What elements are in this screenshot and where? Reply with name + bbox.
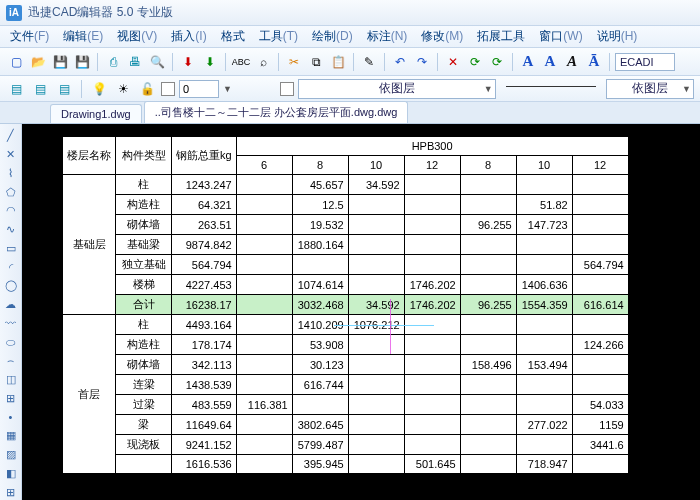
regen-icon[interactable]: ⟳ — [487, 52, 507, 72]
linetype-select[interactable]: 依图层▼ — [606, 79, 694, 99]
data-cell — [348, 415, 404, 435]
save-icon[interactable]: 💾 — [50, 52, 70, 72]
layer-select[interactable]: 依图层▼ — [298, 79, 496, 99]
data-cell: 53.908 — [292, 335, 348, 355]
layer-name-box[interactable]: 0 — [179, 80, 219, 98]
gradient-icon[interactable]: ▨ — [2, 447, 20, 463]
saveas-icon[interactable]: 💾 — [72, 52, 92, 72]
new-icon[interactable]: ▢ — [6, 52, 26, 72]
spellcheck-icon[interactable]: ABC — [231, 52, 251, 72]
menu-格式[interactable]: 格式 — [221, 28, 245, 45]
text-style-a2[interactable]: A — [540, 52, 560, 72]
refresh-icon[interactable]: ⟳ — [465, 52, 485, 72]
region-icon[interactable]: ◧ — [2, 466, 20, 482]
sun-icon[interactable]: ☀ — [113, 79, 133, 99]
menu-说明[interactable]: 说明(H) — [597, 28, 638, 45]
menu-拓展工具[interactable]: 拓展工具 — [477, 28, 525, 45]
style-combo[interactable]: ECADI — [615, 53, 675, 71]
circle-icon[interactable]: ◯ — [2, 278, 20, 294]
plot-icon[interactable]: 🖶 — [125, 52, 145, 72]
export-icon[interactable]: ⎙ — [103, 52, 123, 72]
layer-prev-icon[interactable]: ▤ — [54, 79, 74, 99]
data-cell: 124.266 — [572, 335, 628, 355]
revcloud-icon[interactable]: ☁ — [2, 297, 20, 313]
spline-icon[interactable]: ∿ — [2, 222, 20, 238]
section-header: 首层 — [63, 315, 116, 474]
pdf-icon[interactable]: ⬇ — [178, 52, 198, 72]
image-icon[interactable]: ⬇ — [200, 52, 220, 72]
data-cell — [404, 335, 460, 355]
data-cell — [572, 315, 628, 335]
data-cell: 54.033 — [572, 395, 628, 415]
arc-icon[interactable]: ◠ — [2, 203, 20, 219]
undo-icon[interactable]: ↶ — [390, 52, 410, 72]
data-cell: 1554.359 — [516, 295, 572, 315]
data-cell: 12.5 — [292, 195, 348, 215]
find-icon[interactable]: ⌕ — [253, 52, 273, 72]
rect-icon[interactable]: ▭ — [2, 241, 20, 257]
text-style-a4[interactable]: Ā — [584, 52, 604, 72]
line-icon[interactable]: ╱ — [2, 128, 20, 144]
spline2-icon[interactable]: 〰 — [2, 316, 20, 332]
text-style-a1[interactable]: A — [518, 52, 538, 72]
xline-icon[interactable]: ✕ — [2, 147, 20, 163]
data-cell: 96.255 — [460, 215, 516, 235]
menu-绘制[interactable]: 绘制(D) — [312, 28, 353, 45]
drawing-canvas[interactable]: 楼层名称构件类型钢筋总重kgHPB30068101281012基础层柱1243.… — [22, 124, 700, 500]
layer-color-swatch[interactable] — [161, 82, 175, 96]
menu-修改[interactable]: 修改(M) — [421, 28, 463, 45]
data-cell — [460, 435, 516, 455]
data-cell: 3032.468 — [292, 295, 348, 315]
row-weight: 16238.17 — [172, 295, 237, 315]
data-cell: 51.82 — [516, 195, 572, 215]
text-style-a3[interactable]: A — [562, 52, 582, 72]
menu-工具[interactable]: 工具(T) — [259, 28, 298, 45]
data-cell — [348, 195, 404, 215]
doc-tab[interactable]: ..司售楼十二～二十二层 办公套房层平面.dwg.dwg — [144, 101, 409, 123]
redo-icon[interactable]: ↷ — [412, 52, 432, 72]
row-weight: 11649.64 — [172, 415, 237, 435]
menu-插入[interactable]: 插入(I) — [171, 28, 206, 45]
ellipse-icon[interactable]: ⬭ — [2, 334, 20, 350]
data-cell — [460, 375, 516, 395]
crosshair-v — [390, 299, 391, 354]
open-icon[interactable]: 📂 — [28, 52, 48, 72]
ellipse-arc-icon[interactable]: ⌢ — [2, 353, 20, 369]
data-cell — [404, 255, 460, 275]
lock-icon[interactable]: 🔓 — [137, 79, 157, 99]
data-cell — [348, 255, 404, 275]
cut-icon[interactable]: ✂ — [284, 52, 304, 72]
hatch-icon[interactable]: ▦ — [2, 428, 20, 444]
data-sheet: 楼层名称构件类型钢筋总重kgHPB30068101281012基础层柱1243.… — [62, 136, 629, 474]
data-cell — [404, 195, 460, 215]
bulb-icon[interactable]: 💡 — [89, 79, 109, 99]
arc2-icon[interactable]: ◜ — [2, 259, 20, 275]
table-icon[interactable]: ⊞ — [2, 484, 20, 500]
match-icon[interactable]: ✎ — [359, 52, 379, 72]
menu-文件[interactable]: 文件(F) — [10, 28, 49, 45]
row-type: 现浇板 — [116, 435, 172, 455]
row-type: 梁 — [116, 415, 172, 435]
menu-窗口[interactable]: 窗口(W) — [539, 28, 582, 45]
doc-tab[interactable]: Drawing1.dwg — [50, 104, 142, 123]
preview-icon[interactable]: 🔍 — [147, 52, 167, 72]
erase-icon[interactable]: ✕ — [443, 52, 463, 72]
layer-states-icon[interactable]: ▤ — [30, 79, 50, 99]
data-cell — [236, 375, 292, 395]
copy-icon[interactable]: ⧉ — [306, 52, 326, 72]
row-type: 构造柱 — [116, 335, 172, 355]
block-icon[interactable]: ◫ — [2, 372, 20, 388]
menu-视图[interactable]: 视图(V) — [117, 28, 157, 45]
menu-标注[interactable]: 标注(N) — [367, 28, 408, 45]
menu-编辑[interactable]: 编辑(E) — [63, 28, 103, 45]
data-cell — [460, 395, 516, 415]
polygon-icon[interactable]: ⬠ — [2, 184, 20, 200]
polyline-icon[interactable]: ⌇ — [2, 166, 20, 182]
layer-mgr-icon[interactable]: ▤ — [6, 79, 26, 99]
color-swatch[interactable] — [280, 82, 294, 96]
data-cell: 501.645 — [404, 455, 460, 474]
insert-icon[interactable]: ⊞ — [2, 391, 20, 407]
point-icon[interactable]: • — [2, 409, 20, 425]
data-cell: 1880.164 — [292, 235, 348, 255]
paste-icon[interactable]: 📋 — [328, 52, 348, 72]
